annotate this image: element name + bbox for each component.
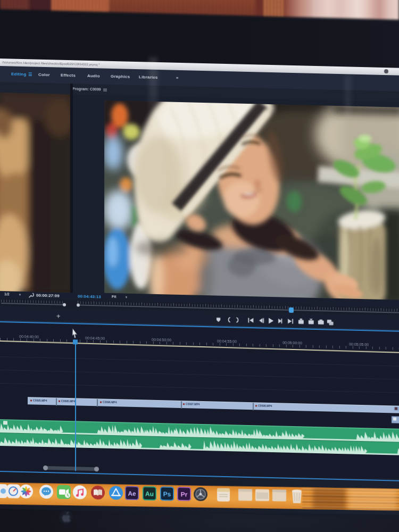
- svg-text:+: +: [56, 312, 61, 320]
- svg-text:Ps: Ps: [163, 491, 171, 498]
- svg-text:Au: Au: [145, 490, 154, 497]
- svg-text:Pr: Pr: [181, 491, 188, 498]
- svg-text:Ae: Ae: [128, 490, 136, 497]
